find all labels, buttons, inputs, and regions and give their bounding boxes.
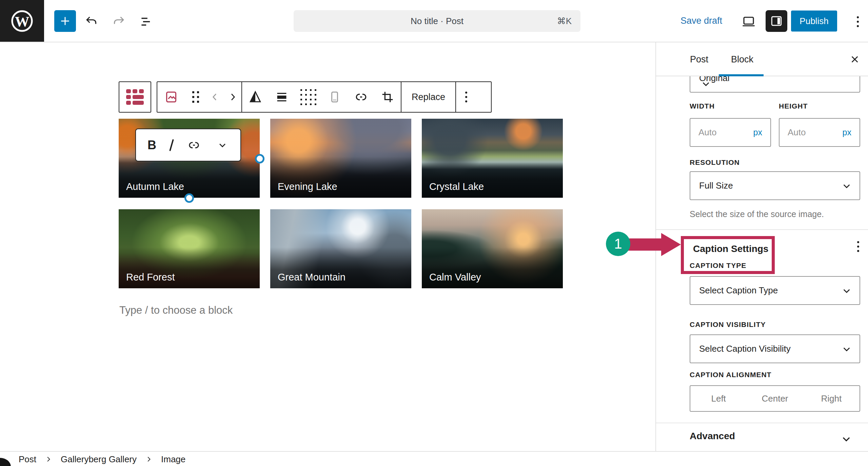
height-input[interactable]: Auto px bbox=[779, 118, 860, 147]
wordpress-editor: W No title · Post ⌘K Save draft bbox=[0, 0, 868, 466]
resolution-value: Full Size bbox=[699, 180, 733, 191]
options-menu-button[interactable] bbox=[852, 15, 864, 28]
annotation-highlight-box bbox=[681, 236, 775, 274]
link-button[interactable] bbox=[348, 82, 374, 112]
mobile-settings-button[interactable] bbox=[321, 82, 348, 112]
wordpress-icon: W bbox=[9, 8, 35, 34]
breadcrumb-gallery[interactable]: Galleryberg Gallery bbox=[61, 454, 137, 465]
caption-visibility-select[interactable]: Select Caption Visibility bbox=[690, 334, 860, 363]
block-options-button[interactable] bbox=[456, 82, 476, 112]
duotone-icon bbox=[248, 89, 263, 105]
image-block-toolbar: Replace bbox=[157, 81, 492, 113]
height-unit-button[interactable]: px bbox=[843, 128, 851, 137]
tab-post[interactable]: Post bbox=[690, 42, 708, 76]
advanced-panel-toggle[interactable]: Advanced bbox=[656, 423, 868, 451]
width-input[interactable]: Auto px bbox=[690, 118, 771, 147]
tab-block[interactable]: Block bbox=[731, 42, 753, 76]
caption-type-select[interactable]: Select Caption Type bbox=[690, 276, 860, 305]
sidebar-tabs: Post Block bbox=[656, 42, 868, 76]
breadcrumb-post[interactable]: Post bbox=[19, 454, 36, 465]
mobile-icon bbox=[327, 89, 342, 105]
gallery-block-icon bbox=[126, 89, 144, 105]
sidebar-panel-icon bbox=[769, 14, 784, 28]
width-label: WIDTH bbox=[690, 102, 715, 110]
caption-bars-icon bbox=[274, 89, 290, 105]
align-right-button[interactable]: Right bbox=[803, 386, 860, 411]
caption-style-button[interactable] bbox=[269, 82, 295, 112]
svg-text:W: W bbox=[15, 13, 29, 29]
redo-button[interactable] bbox=[111, 14, 127, 30]
gallery-image-evening-lake[interactable]: Evening Lake bbox=[270, 119, 411, 198]
width-unit-button[interactable]: px bbox=[753, 128, 762, 137]
wordpress-logo-button[interactable]: W bbox=[0, 0, 44, 42]
gallery-image-great-mountain[interactable]: Great Mountain bbox=[270, 209, 411, 288]
editor-canvas: Replace Autumn Lake Evening Lake Crystal… bbox=[0, 42, 655, 451]
move-right-button[interactable] bbox=[224, 82, 241, 112]
image-icon bbox=[163, 89, 179, 105]
laptop-icon bbox=[740, 14, 757, 30]
save-draft-button[interactable]: Save draft bbox=[680, 16, 722, 26]
more-formats-button[interactable] bbox=[216, 139, 229, 152]
caption-type-value: Select Caption Type bbox=[699, 285, 778, 296]
italic-button[interactable] bbox=[169, 139, 174, 151]
drag-handle[interactable] bbox=[185, 82, 206, 112]
advanced-label: Advanced bbox=[690, 431, 735, 442]
resize-handle-right[interactable] bbox=[255, 154, 264, 163]
caption-visibility-value: Select Caption Visibility bbox=[699, 344, 791, 354]
document-overview-button[interactable] bbox=[138, 14, 155, 30]
image-caption[interactable]: Crystal Lake bbox=[429, 181, 484, 192]
image-caption[interactable]: Autumn Lake bbox=[126, 181, 184, 192]
chevron-down-icon bbox=[699, 77, 853, 91]
image-size-select[interactable]: Original bbox=[690, 76, 860, 93]
caption-format-toolbar: B bbox=[135, 129, 241, 161]
settings-sidebar-toggle[interactable] bbox=[766, 10, 787, 32]
editor-top-bar: W No title · Post ⌘K Save draft bbox=[0, 0, 868, 42]
spacing-button[interactable] bbox=[295, 82, 321, 112]
select-parent-gallery-button[interactable] bbox=[119, 81, 151, 113]
link-icon bbox=[186, 138, 201, 153]
annotation-arrow-head bbox=[661, 233, 681, 256]
annotation-step-badge: 1 bbox=[606, 232, 630, 256]
align-left-button[interactable]: Left bbox=[690, 386, 747, 411]
align-center-button[interactable]: Center bbox=[747, 386, 803, 411]
chevron-right-icon bbox=[144, 454, 154, 464]
image-caption[interactable]: Great Mountain bbox=[278, 272, 346, 283]
command-shortcut: ⌘K bbox=[557, 16, 572, 26]
caption-link-button[interactable] bbox=[186, 138, 201, 153]
height-label: HEIGHT bbox=[779, 102, 808, 110]
chevron-down-icon bbox=[840, 179, 853, 193]
breadcrumb-image: Image bbox=[161, 454, 185, 465]
image-block-type-button[interactable] bbox=[157, 82, 185, 112]
dotted-grid-icon bbox=[300, 89, 316, 105]
crop-button[interactable] bbox=[374, 82, 401, 112]
duotone-filter-button[interactable] bbox=[242, 82, 269, 112]
document-title-bar[interactable]: No title · Post ⌘K bbox=[294, 10, 580, 32]
resize-handle-bottom[interactable] bbox=[184, 193, 194, 203]
annotation-arrow bbox=[626, 238, 663, 251]
block-appender[interactable]: Type / to choose a block bbox=[119, 304, 233, 316]
image-caption[interactable]: Calm Valley bbox=[429, 272, 481, 283]
close-icon bbox=[848, 53, 862, 66]
breadcrumb-bar: Post Galleryberg Gallery Image bbox=[0, 451, 868, 466]
image-caption[interactable]: Evening Lake bbox=[278, 181, 337, 192]
undo-button[interactable] bbox=[83, 14, 100, 30]
move-left-button[interactable] bbox=[206, 82, 224, 112]
caption-visibility-label: CAPTION VISIBILITY bbox=[690, 321, 766, 329]
replace-button[interactable]: Replace bbox=[401, 82, 455, 112]
preview-button[interactable] bbox=[739, 14, 758, 30]
image-caption[interactable]: Red Forest bbox=[126, 272, 175, 283]
close-sidebar-button[interactable] bbox=[847, 52, 862, 67]
block-inserter-button[interactable] bbox=[54, 10, 76, 32]
gallery-image-crystal-lake[interactable]: Crystal Lake bbox=[422, 119, 563, 198]
publish-button[interactable]: Publish bbox=[791, 11, 837, 32]
gallery-image-red-forest[interactable]: Red Forest bbox=[119, 209, 260, 288]
caption-settings-options-button[interactable] bbox=[852, 239, 864, 254]
chevron-down-icon bbox=[840, 342, 853, 356]
resolution-help-text: Select the size of the source image. bbox=[690, 209, 824, 219]
height-placeholder: Auto bbox=[788, 127, 843, 138]
bold-button[interactable]: B bbox=[147, 138, 156, 152]
document-title: No title · Post bbox=[411, 16, 463, 26]
gallery-image-calm-valley[interactable]: Calm Valley bbox=[422, 209, 563, 288]
drag-dots-icon bbox=[192, 91, 199, 103]
resolution-select[interactable]: Full Size bbox=[690, 171, 860, 200]
